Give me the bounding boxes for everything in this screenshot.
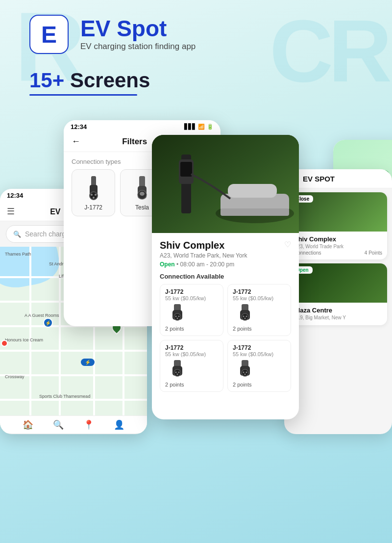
pin-user-location: ⚡ xyxy=(43,318,53,328)
map-label-ice-cream: Honours Ice Cream xyxy=(5,337,43,342)
svg-point-30 xyxy=(178,316,180,317)
phone-list-screen: ☰ EV SPOT Close Shiv Complex A23, World … xyxy=(284,169,392,434)
map-label-crossway: Crossway xyxy=(5,374,24,379)
svg-rect-26 xyxy=(174,304,181,311)
svg-point-28 xyxy=(174,313,181,320)
station-name: Shiv Complex xyxy=(160,240,247,251)
header-text: EV Spot EV charging station finding app xyxy=(80,17,196,52)
filters-time: 12:34 xyxy=(71,123,87,130)
svg-point-43 xyxy=(177,374,178,375)
svg-point-37 xyxy=(245,318,246,319)
filters-status-bar: 12:34 ▋▋▋ 📶 🔋 xyxy=(64,120,220,133)
svg-point-49 xyxy=(245,374,246,375)
hamburger-icon[interactable]: ☰ xyxy=(7,206,15,217)
svg-point-5 xyxy=(93,197,95,199)
plaza-name: Plaza Centre xyxy=(294,307,382,314)
plaza-address: A19, Big Market, New Y xyxy=(294,315,382,320)
shiv-points: 4 Points xyxy=(365,250,382,256)
connection-available-title: Connection Available xyxy=(160,273,291,280)
svg-point-42 xyxy=(178,372,180,373)
j1772-icon xyxy=(75,175,112,204)
conn-price-3: 55 kw ($0.05/kw) xyxy=(165,351,218,357)
tesla-label: Tesla xyxy=(135,204,149,211)
phones-container: 12:34 ▋▋▋ 📶 🔋 ☰ EV ⚡ SPOT ▼ 🔍 Search cha… xyxy=(0,120,392,434)
map-time: 12:34 xyxy=(7,192,23,199)
connector-j1772[interactable]: J-1772 xyxy=(72,169,115,216)
svg-point-3 xyxy=(91,194,93,196)
station-photo: 10:55 Ƀ 📶 40%🔋 ← xyxy=(152,135,299,233)
svg-point-40 xyxy=(174,369,181,376)
road-h4 xyxy=(0,350,147,352)
connections-grid: J-1772 55 kw ($0.05/kw) 2 points J-1772 … xyxy=(160,284,291,392)
list-header: ☰ EV SPOT xyxy=(284,169,392,188)
nav-home-icon[interactable]: 🏠 xyxy=(23,419,33,430)
svg-point-31 xyxy=(177,318,178,319)
svg-point-47 xyxy=(243,372,245,373)
svg-rect-32 xyxy=(242,304,248,311)
app-title: EV Spot xyxy=(80,17,196,40)
j1772-label: J-1772 xyxy=(84,204,102,211)
map-label-sports: Sports Club Thamesmead xyxy=(39,394,90,399)
search-icon: 🔍 xyxy=(13,231,21,238)
conn-type-4: J-1772 xyxy=(233,344,286,351)
conn-points-3: 2 points xyxy=(165,382,218,388)
svg-point-48 xyxy=(246,372,247,373)
svg-rect-38 xyxy=(174,360,181,367)
station-hours: Open • 08:00 am - 20:00 pm xyxy=(160,261,247,268)
plaza-card-img: Open xyxy=(289,263,387,303)
svg-rect-44 xyxy=(242,360,248,367)
conn-type-2: J-1772 xyxy=(233,288,286,295)
detail-content: Shiv Complex A23, World Trade Park, New … xyxy=(152,233,299,399)
shiv-address: A23, World Trade Park xyxy=(294,244,382,249)
svg-point-9 xyxy=(140,192,145,196)
screens-count: 15+ xyxy=(29,69,64,92)
conn-points-1: 2 points xyxy=(165,326,218,332)
svg-rect-6 xyxy=(139,176,145,187)
screens-heading: 15+ Screens xyxy=(29,69,363,92)
logo-box: E xyxy=(29,15,69,54)
conn-plug-4 xyxy=(233,360,257,379)
road-h6 xyxy=(0,399,147,401)
battery: 🔋 xyxy=(207,124,214,130)
conn-price-1: 55 kw ($0.05/kw) xyxy=(165,295,218,301)
header: E EV Spot EV charging station finding ap… xyxy=(0,0,392,59)
list-card-shiv[interactable]: Close Shiv Complex A23, World Trade Park… xyxy=(289,192,387,259)
conn-plug-1 xyxy=(165,304,190,323)
svg-point-34 xyxy=(242,313,248,320)
conn-type-3: J-1772 xyxy=(165,344,218,351)
conn-card-2[interactable]: J-1772 55 kw ($0.05/kw) 2 points xyxy=(227,284,291,336)
plaza-card-body: Plaza Centre A19, Big Market, New Y xyxy=(289,303,387,325)
conn-price-4: 55 kw ($0.05/kw) xyxy=(233,351,286,357)
favorite-button[interactable]: ♡ xyxy=(284,240,291,249)
filters-back-icon[interactable]: ← xyxy=(72,136,80,147)
conn-plug-2 xyxy=(233,304,257,323)
nav-search-icon[interactable]: 🔍 xyxy=(53,419,64,430)
svg-point-46 xyxy=(242,369,248,376)
ev-spot-marker: ⚡ xyxy=(81,359,95,366)
nav-map-icon[interactable]: 📍 xyxy=(83,419,94,430)
conn-card-3[interactable]: J-1772 55 kw ($0.05/kw) 2 points xyxy=(160,340,223,392)
logo-letter: E xyxy=(41,21,57,48)
list-nav-title: EV SPOT xyxy=(303,175,335,183)
station-address: A23, World Trade Park, New York xyxy=(160,252,247,259)
map-label-guest: A A Guest Rooms xyxy=(24,313,59,318)
nav-profile-icon[interactable]: 👤 xyxy=(114,419,124,430)
hours-text: 08:00 am - 20:00 pm xyxy=(180,261,235,268)
map-label-thames: Thames Path xyxy=(5,252,31,257)
screens-underline xyxy=(29,94,137,96)
open-status: Open xyxy=(160,261,175,268)
svg-rect-25 xyxy=(220,208,289,216)
hours-separator: • xyxy=(176,261,180,268)
svg-point-35 xyxy=(243,316,245,317)
conn-card-4[interactable]: J-1772 55 kw ($0.05/kw) 2 points xyxy=(227,340,291,392)
conn-points-2: 2 points xyxy=(233,326,286,332)
list-card-plaza[interactable]: Open Plaza Centre A19, Big Market, New Y xyxy=(289,263,387,325)
screens-label: Screens xyxy=(70,69,150,92)
filters-title: Filters xyxy=(122,137,147,147)
conn-card-1[interactable]: J-1772 55 kw ($0.05/kw) 2 points xyxy=(160,284,223,336)
shiv-card-img: Close xyxy=(289,192,387,232)
conn-type-1: J-1772 xyxy=(165,288,218,295)
screens-section: 15+ Screens xyxy=(0,59,392,101)
svg-rect-24 xyxy=(228,184,277,198)
svg-point-29 xyxy=(175,316,177,317)
